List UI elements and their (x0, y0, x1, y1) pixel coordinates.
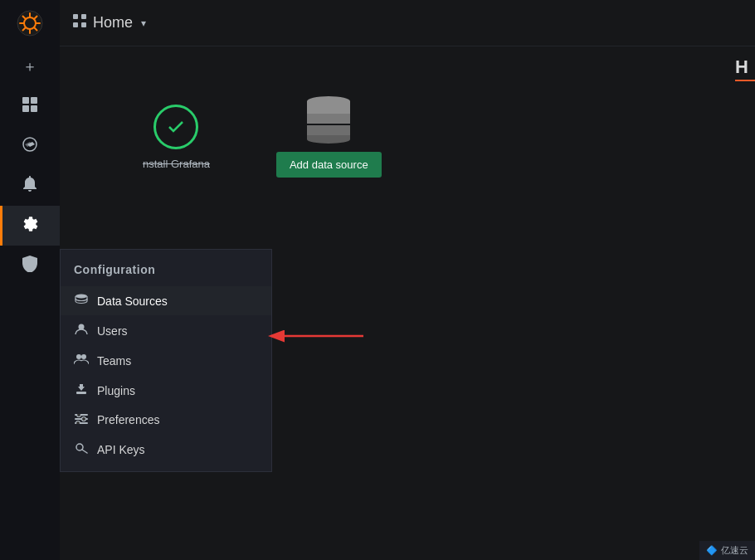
datasource-menu-icon (74, 294, 89, 308)
config-item-data-sources[interactable]: Data Sources (61, 286, 271, 315)
check-circle-icon (153, 105, 198, 149)
watermark-icon: 🔷 (706, 545, 718, 556)
configuration-menu: Configuration Data Sources Users (60, 249, 272, 472)
config-item-users[interactable]: Users (61, 315, 271, 346)
topbar: Home ▾ (60, 0, 755, 46)
watermark-text: 亿速云 (721, 544, 748, 557)
shield-icon (22, 256, 37, 276)
partial-header: H (735, 56, 755, 81)
install-label: nstall Grafana (143, 158, 210, 170)
add-datasource-button[interactable]: Add data source (276, 152, 382, 178)
sidebar-item-explore[interactable] (0, 126, 60, 166)
svg-rect-13 (31, 105, 37, 112)
home-button[interactable]: Home ▾ (73, 14, 146, 32)
config-item-api-keys[interactable]: API Keys (61, 434, 271, 465)
grafana-logo-icon (17, 10, 43, 37)
datasources-label: Data Sources (97, 295, 168, 308)
svg-rect-19 (73, 22, 78, 27)
sidebar-item-shield[interactable] (0, 246, 60, 285)
compass-icon (22, 136, 38, 157)
svg-rect-12 (22, 105, 29, 112)
gear-icon (22, 216, 38, 236)
config-menu-header: Configuration (61, 256, 271, 286)
database-icon (307, 96, 350, 144)
home-label: Home (93, 14, 133, 32)
svg-point-24 (81, 354, 86, 359)
bell-icon (22, 176, 37, 197)
add-icon: ＋ (22, 56, 37, 76)
sidebar-item-add[interactable]: ＋ (0, 46, 60, 86)
watermark: 🔷 亿速云 (699, 541, 755, 560)
svg-rect-17 (73, 14, 78, 19)
plugins-label: Plugins (97, 384, 135, 397)
home-caret-icon: ▾ (141, 17, 146, 29)
svg-rect-18 (81, 14, 86, 19)
users-label: Users (97, 324, 128, 338)
user-menu-icon (74, 323, 89, 338)
svg-rect-10 (22, 97, 29, 104)
svg-point-31 (76, 421, 80, 425)
svg-rect-11 (31, 97, 37, 104)
sidebar-logo[interactable] (0, 0, 60, 46)
svg-line-33 (82, 450, 87, 453)
teams-menu-icon (74, 353, 89, 368)
plugins-menu-icon (74, 382, 89, 398)
apikeys-label: API Keys (97, 443, 145, 456)
sidebar-item-dashboards[interactable] (0, 86, 60, 126)
config-item-preferences[interactable]: Preferences (61, 406, 271, 434)
svg-rect-20 (81, 22, 86, 27)
config-item-plugins[interactable]: Plugins (61, 375, 271, 406)
datasource-step: Add data source (276, 96, 382, 178)
svg-point-30 (82, 417, 86, 421)
home-grid-icon (73, 14, 86, 32)
preferences-menu-icon (74, 413, 89, 426)
config-item-teams[interactable]: Teams (61, 346, 271, 375)
sidebar-item-alerting[interactable] (0, 166, 60, 206)
svg-point-23 (76, 354, 81, 359)
apikeys-menu-icon (74, 441, 89, 457)
sidebar-item-configuration[interactable] (0, 206, 60, 246)
preferences-label: Preferences (97, 413, 159, 426)
install-step: nstall Grafana (143, 105, 210, 170)
sidebar: ＋ (0, 0, 60, 560)
svg-rect-25 (76, 392, 86, 394)
teams-label: Teams (97, 354, 131, 368)
svg-point-21 (76, 295, 87, 299)
svg-point-29 (77, 414, 81, 417)
dashboards-icon (22, 96, 38, 117)
